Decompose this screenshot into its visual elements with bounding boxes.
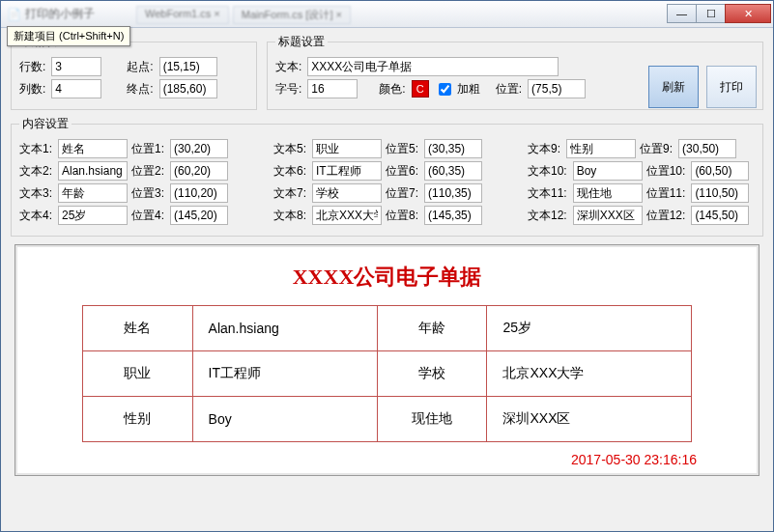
- bold-checkbox[interactable]: [439, 83, 451, 96]
- text-label: 文本4:: [19, 208, 52, 224]
- text-label: 文本1:: [19, 141, 52, 157]
- pos-input-10[interactable]: [691, 161, 749, 181]
- pos-label: 位置8:: [386, 208, 418, 224]
- color-swatch[interactable]: C: [412, 80, 429, 98]
- text-input-2[interactable]: [58, 161, 128, 181]
- window-title: 📄 打印的小例子: [7, 6, 95, 22]
- maximize-button[interactable]: ☐: [696, 4, 725, 23]
- text-label: 文本2:: [19, 163, 52, 180]
- titletext-label: 文本:: [275, 59, 301, 75]
- text-input-12[interactable]: [573, 206, 643, 225]
- preview-cell: 学校: [378, 351, 487, 397]
- preview-timestamp: 2017-05-30 23:16:16: [33, 452, 697, 467]
- pos-label: 位置7:: [386, 185, 418, 202]
- end-label: 终点:: [127, 81, 153, 98]
- text-label: 文本5:: [273, 141, 306, 157]
- pos-input-5[interactable]: [424, 139, 482, 158]
- editor-tabs-blur: WebForm1.cs ×MainForm.cs [设计] ×: [136, 6, 351, 24]
- preview-cell: 职业: [83, 351, 192, 397]
- pos-label: 位置6:: [386, 163, 418, 180]
- pos-input-4[interactable]: [170, 206, 228, 225]
- pos-input-8[interactable]: [424, 206, 482, 225]
- pos-label: 位置11:: [646, 185, 686, 202]
- text-input-1[interactable]: [58, 139, 128, 158]
- group-content-legend: 内容设置: [19, 116, 72, 132]
- pos-label: 位置10:: [646, 163, 686, 180]
- cols-input[interactable]: [51, 79, 101, 98]
- group-title-legend: 标题设置: [275, 34, 328, 50]
- app-window: 📄 打印的小例子 WebForm1.cs ×MainForm.cs [设计] ×…: [0, 0, 774, 532]
- text-input-3[interactable]: [58, 183, 128, 203]
- preview-cell: 性别: [83, 397, 192, 442]
- rows-label: 行数:: [19, 59, 45, 75]
- preview-title: XXXX公司电子单据: [33, 263, 741, 292]
- start-input[interactable]: [159, 57, 217, 76]
- bold-label: 加粗: [457, 81, 480, 98]
- text-input-10[interactable]: [573, 161, 643, 181]
- text-label: 文本12:: [528, 208, 567, 224]
- text-label: 文本11:: [528, 185, 567, 202]
- refresh-button[interactable]: 刷新: [648, 66, 699, 108]
- preview-cell: 姓名: [83, 306, 192, 351]
- pos-label: 位置9:: [640, 141, 673, 157]
- text-label: 文本9:: [528, 141, 560, 157]
- pos-label: 位置1:: [131, 141, 164, 157]
- titletext-input[interactable]: [307, 57, 559, 76]
- cols-label: 列数:: [19, 81, 45, 98]
- pos-input-1[interactable]: [170, 139, 228, 158]
- text-input-11[interactable]: [573, 183, 643, 203]
- pos-label: 位置12:: [646, 208, 686, 224]
- end-input[interactable]: [159, 79, 217, 98]
- title-text: 打印的小例子: [25, 6, 95, 22]
- pos-input-11[interactable]: [691, 183, 749, 203]
- text-input-8[interactable]: [312, 206, 382, 225]
- text-input-5[interactable]: [312, 139, 382, 158]
- pos-input-9[interactable]: [678, 139, 736, 158]
- titlepos-label: 位置:: [496, 81, 522, 98]
- start-label: 起点:: [127, 59, 153, 75]
- rows-input[interactable]: [51, 57, 101, 76]
- group-content-settings: 内容设置 文本1:位置1:文本2:位置2:文本3:位置3:文本4:位置4:文本5…: [11, 116, 763, 237]
- text-label: 文本10:: [528, 163, 567, 180]
- text-input-9[interactable]: [566, 139, 636, 158]
- tooltip: 新建项目 (Ctrl+Shift+N): [7, 26, 130, 46]
- preview-cell: 现住地: [378, 397, 487, 442]
- text-label: 文本7:: [273, 185, 306, 202]
- group-title-settings: 标题设置 文本: 字号: 颜色: C 加粗 位置:: [267, 34, 763, 110]
- pos-input-6[interactable]: [424, 161, 482, 181]
- text-label: 文本6:: [273, 163, 306, 180]
- color-label: 颜色:: [379, 81, 405, 98]
- text-label: 文本8:: [273, 208, 306, 224]
- fontsize-label: 字号:: [275, 81, 301, 98]
- pos-label: 位置5:: [386, 141, 418, 157]
- preview-cell: Boy: [192, 397, 378, 442]
- titlepos-input[interactable]: [528, 79, 586, 98]
- text-input-4[interactable]: [58, 206, 128, 225]
- pos-input-3[interactable]: [170, 183, 228, 203]
- text-input-7[interactable]: [312, 183, 382, 203]
- preview-cell: 深圳XXX区: [487, 397, 691, 442]
- preview-table: 姓名Alan.hsiang年龄25岁职业IT工程师学校北京XXX大学性别Boy现…: [82, 305, 691, 442]
- pos-input-12[interactable]: [691, 206, 749, 225]
- preview-cell: 年龄: [378, 306, 487, 351]
- preview-cell: Alan.hsiang: [192, 306, 378, 351]
- preview-panel: XXXX公司电子单据 姓名Alan.hsiang年龄25岁职业IT工程师学校北京…: [14, 244, 760, 476]
- app-icon: 📄: [7, 8, 21, 21]
- minimize-button[interactable]: —: [667, 4, 696, 23]
- preview-cell: IT工程师: [192, 351, 378, 397]
- title-bar: 📄 打印的小例子 WebForm1.cs ×MainForm.cs [设计] ×…: [1, 1, 773, 28]
- pos-label: 位置2:: [131, 163, 164, 180]
- print-button[interactable]: 打印: [706, 66, 757, 108]
- text-input-6[interactable]: [312, 161, 382, 181]
- close-button[interactable]: ✕: [725, 4, 771, 23]
- preview-cell: 北京XXX大学: [487, 351, 691, 397]
- fontsize-input[interactable]: [307, 79, 358, 98]
- pos-label: 位置3:: [131, 185, 164, 202]
- pos-label: 位置4:: [131, 208, 164, 224]
- text-label: 文本3:: [19, 185, 52, 202]
- preview-cell: 25岁: [487, 306, 691, 351]
- pos-input-7[interactable]: [424, 183, 482, 203]
- pos-input-2[interactable]: [170, 161, 228, 181]
